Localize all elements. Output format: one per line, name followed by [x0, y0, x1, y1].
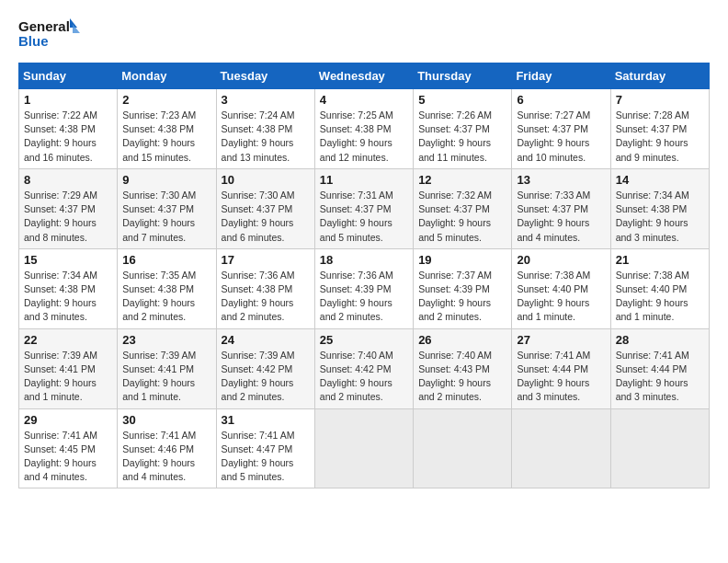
- day-number: 30: [122, 413, 210, 427]
- day-detail: Sunrise: 7:32 AMSunset: 4:37 PMDaylight:…: [418, 189, 506, 245]
- calendar-cell: 29Sunrise: 7:41 AMSunset: 4:45 PMDayligh…: [19, 408, 118, 488]
- calendar-cell: 13Sunrise: 7:33 AMSunset: 4:37 PMDayligh…: [512, 168, 610, 248]
- day-number: 15: [24, 253, 112, 267]
- day-detail: Sunrise: 7:41 AMSunset: 4:44 PMDaylight:…: [517, 349, 605, 405]
- day-detail: Sunrise: 7:30 AMSunset: 4:37 PMDaylight:…: [222, 189, 310, 245]
- calendar-cell: 16Sunrise: 7:35 AMSunset: 4:38 PMDayligh…: [118, 248, 216, 328]
- day-detail: Sunrise: 7:40 AMSunset: 4:42 PMDaylight:…: [320, 349, 408, 405]
- svg-text:Blue: Blue: [18, 33, 49, 49]
- weekday-header-monday: Monday: [118, 63, 216, 89]
- day-number: 5: [418, 93, 506, 107]
- calendar-cell: [512, 408, 610, 488]
- calendar-cell: [610, 408, 709, 488]
- calendar-week-4: 22Sunrise: 7:39 AMSunset: 4:41 PMDayligh…: [19, 328, 710, 408]
- calendar-cell: 22Sunrise: 7:39 AMSunset: 4:41 PMDayligh…: [19, 328, 118, 408]
- day-number: 4: [320, 93, 408, 107]
- calendar-week-3: 15Sunrise: 7:34 AMSunset: 4:38 PMDayligh…: [19, 248, 710, 328]
- day-detail: Sunrise: 7:41 AMSunset: 4:47 PMDaylight:…: [222, 429, 310, 485]
- calendar-cell: 12Sunrise: 7:32 AMSunset: 4:37 PMDayligh…: [414, 168, 512, 248]
- calendar-cell: 6Sunrise: 7:27 AMSunset: 4:37 PMDaylight…: [512, 89, 610, 169]
- day-detail: Sunrise: 7:40 AMSunset: 4:43 PMDaylight:…: [418, 349, 506, 405]
- weekday-header-saturday: Saturday: [610, 63, 709, 89]
- day-number: 24: [222, 333, 310, 347]
- day-number: 1: [24, 93, 112, 107]
- svg-text:General: General: [18, 18, 70, 34]
- day-number: 3: [222, 93, 310, 107]
- calendar-cell: 10Sunrise: 7:30 AMSunset: 4:37 PMDayligh…: [216, 168, 314, 248]
- day-detail: Sunrise: 7:41 AMSunset: 4:45 PMDaylight:…: [24, 429, 112, 485]
- day-detail: Sunrise: 7:23 AMSunset: 4:38 PMDaylight:…: [122, 109, 210, 165]
- calendar-cell: 20Sunrise: 7:38 AMSunset: 4:40 PMDayligh…: [512, 248, 610, 328]
- calendar-cell: [314, 408, 413, 488]
- day-number: 2: [122, 93, 210, 107]
- day-number: 7: [616, 93, 704, 107]
- day-detail: Sunrise: 7:30 AMSunset: 4:37 PMDaylight:…: [122, 189, 210, 245]
- day-detail: Sunrise: 7:38 AMSunset: 4:40 PMDaylight:…: [517, 269, 605, 325]
- day-detail: Sunrise: 7:29 AMSunset: 4:37 PMDaylight:…: [24, 189, 112, 245]
- weekday-header-wednesday: Wednesday: [314, 63, 413, 89]
- weekday-header-row: SundayMondayTuesdayWednesdayThursdayFrid…: [19, 63, 710, 89]
- day-detail: Sunrise: 7:35 AMSunset: 4:38 PMDaylight:…: [122, 269, 210, 325]
- svg-marker-3: [73, 24, 80, 33]
- calendar-cell: 31Sunrise: 7:41 AMSunset: 4:47 PMDayligh…: [216, 408, 314, 488]
- calendar-table: SundayMondayTuesdayWednesdayThursdayFrid…: [18, 63, 710, 488]
- calendar-week-2: 8Sunrise: 7:29 AMSunset: 4:37 PMDaylight…: [19, 168, 710, 248]
- page-header: General Blue: [18, 15, 710, 53]
- calendar-cell: [414, 408, 512, 488]
- calendar-cell: 14Sunrise: 7:34 AMSunset: 4:38 PMDayligh…: [610, 168, 709, 248]
- day-detail: Sunrise: 7:39 AMSunset: 4:41 PMDaylight:…: [122, 349, 210, 405]
- calendar-cell: 2Sunrise: 7:23 AMSunset: 4:38 PMDaylight…: [118, 89, 216, 169]
- day-number: 26: [418, 333, 506, 347]
- day-number: 10: [222, 173, 310, 187]
- logo: General Blue: [18, 15, 83, 53]
- calendar-cell: 17Sunrise: 7:36 AMSunset: 4:38 PMDayligh…: [216, 248, 314, 328]
- day-number: 23: [122, 333, 210, 347]
- day-detail: Sunrise: 7:34 AMSunset: 4:38 PMDaylight:…: [616, 189, 704, 245]
- weekday-header-tuesday: Tuesday: [216, 63, 314, 89]
- day-detail: Sunrise: 7:28 AMSunset: 4:37 PMDaylight:…: [616, 109, 704, 165]
- day-number: 25: [320, 333, 408, 347]
- calendar-cell: 18Sunrise: 7:36 AMSunset: 4:39 PMDayligh…: [314, 248, 413, 328]
- day-number: 29: [24, 413, 112, 427]
- calendar-cell: 1Sunrise: 7:22 AMSunset: 4:38 PMDaylight…: [19, 89, 118, 169]
- calendar-cell: 23Sunrise: 7:39 AMSunset: 4:41 PMDayligh…: [118, 328, 216, 408]
- calendar-cell: 28Sunrise: 7:41 AMSunset: 4:44 PMDayligh…: [610, 328, 709, 408]
- weekday-header-thursday: Thursday: [414, 63, 512, 89]
- day-detail: Sunrise: 7:39 AMSunset: 4:41 PMDaylight:…: [24, 349, 112, 405]
- day-detail: Sunrise: 7:22 AMSunset: 4:38 PMDaylight:…: [24, 109, 112, 165]
- day-detail: Sunrise: 7:37 AMSunset: 4:39 PMDaylight:…: [418, 269, 506, 325]
- day-number: 8: [24, 173, 112, 187]
- day-detail: Sunrise: 7:39 AMSunset: 4:42 PMDaylight:…: [222, 349, 310, 405]
- calendar-cell: 3Sunrise: 7:24 AMSunset: 4:38 PMDaylight…: [216, 89, 314, 169]
- calendar-cell: 5Sunrise: 7:26 AMSunset: 4:37 PMDaylight…: [414, 89, 512, 169]
- calendar-cell: 8Sunrise: 7:29 AMSunset: 4:37 PMDaylight…: [19, 168, 118, 248]
- day-detail: Sunrise: 7:36 AMSunset: 4:39 PMDaylight:…: [320, 269, 408, 325]
- day-detail: Sunrise: 7:33 AMSunset: 4:37 PMDaylight:…: [517, 189, 605, 245]
- calendar-cell: 15Sunrise: 7:34 AMSunset: 4:38 PMDayligh…: [19, 248, 118, 328]
- day-detail: Sunrise: 7:41 AMSunset: 4:44 PMDaylight:…: [616, 349, 704, 405]
- calendar-cell: 9Sunrise: 7:30 AMSunset: 4:37 PMDaylight…: [118, 168, 216, 248]
- day-detail: Sunrise: 7:34 AMSunset: 4:38 PMDaylight:…: [24, 269, 112, 325]
- calendar-week-1: 1Sunrise: 7:22 AMSunset: 4:38 PMDaylight…: [19, 89, 710, 169]
- day-number: 19: [418, 253, 506, 267]
- day-number: 21: [616, 253, 704, 267]
- day-number: 9: [122, 173, 210, 187]
- calendar-cell: 19Sunrise: 7:37 AMSunset: 4:39 PMDayligh…: [414, 248, 512, 328]
- day-detail: Sunrise: 7:41 AMSunset: 4:46 PMDaylight:…: [122, 429, 210, 485]
- calendar-cell: 25Sunrise: 7:40 AMSunset: 4:42 PMDayligh…: [314, 328, 413, 408]
- weekday-header-friday: Friday: [512, 63, 610, 89]
- calendar-cell: 7Sunrise: 7:28 AMSunset: 4:37 PMDaylight…: [610, 89, 709, 169]
- day-detail: Sunrise: 7:36 AMSunset: 4:38 PMDaylight:…: [222, 269, 310, 325]
- day-number: 14: [616, 173, 704, 187]
- logo-icon: General Blue: [18, 15, 83, 53]
- day-number: 16: [122, 253, 210, 267]
- calendar-cell: 4Sunrise: 7:25 AMSunset: 4:38 PMDaylight…: [314, 89, 413, 169]
- day-number: 17: [222, 253, 310, 267]
- day-number: 31: [222, 413, 310, 427]
- day-number: 20: [517, 253, 605, 267]
- day-number: 18: [320, 253, 408, 267]
- day-number: 6: [517, 93, 605, 107]
- calendar-cell: 21Sunrise: 7:38 AMSunset: 4:40 PMDayligh…: [610, 248, 709, 328]
- weekday-header-sunday: Sunday: [19, 63, 118, 89]
- day-number: 12: [418, 173, 506, 187]
